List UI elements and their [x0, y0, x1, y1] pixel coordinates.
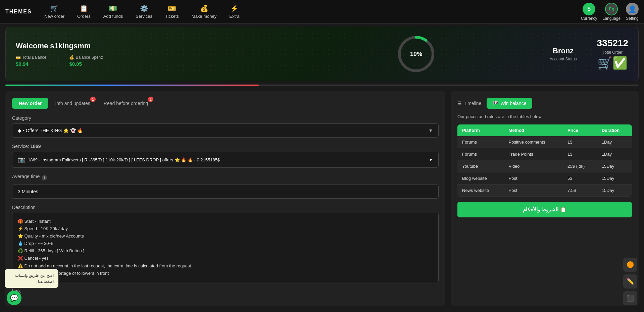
row2-method: Video — [504, 160, 563, 172]
language-icon: Eg — [605, 3, 618, 15]
prices-description: Our prices and rules are in the tables b… — [457, 114, 632, 119]
nav-services[interactable]: ⚙️ Services — [130, 2, 158, 21]
nav-services-label: Services — [136, 14, 152, 19]
category-select[interactable]: ◆ • Offers THE KING ⭐ 👻 🔥 ▼ — [12, 123, 439, 138]
right-tabs: ☰ Timeline 🏁 Win balance — [457, 98, 632, 109]
table-row: Blog website Post 5$ 15Day — [457, 172, 632, 185]
description-label: Description — [12, 205, 439, 210]
main-content: New order Info and updates 1 Read before… — [0, 86, 644, 312]
desc-line-7: ⚠️ ion if there is a shortage of followe… — [18, 270, 433, 277]
nav-orders-label: Orders — [77, 14, 91, 19]
row1-platform: Forums — [457, 148, 504, 160]
cart-icon: 🛒✅ — [597, 56, 628, 70]
total-balance-value: $0.94 — [16, 61, 47, 67]
logo: THEMES — [5, 9, 32, 15]
tabs-row: New order Info and updates 1 Read before… — [12, 98, 439, 109]
service-label: Service: 1869 — [12, 144, 439, 149]
hero-welcome: Welcome s1kingsmm — [16, 42, 283, 50]
row4-duration: 15Day — [597, 185, 632, 197]
setting-button[interactable]: 👤 Setting — [626, 3, 639, 21]
nav-tickets[interactable]: 🎫 Tickets — [160, 2, 184, 21]
category-label: Category — [12, 115, 439, 121]
new-order-icon: 🛒 — [50, 4, 58, 12]
tab-read-before[interactable]: Read before ordering 1 — [97, 98, 155, 109]
progress-ring: 10% — [396, 34, 436, 74]
category-group: Category ◆ • Offers THE KING ⭐ 👻 🔥 ▼ — [12, 115, 439, 138]
setting-label: Setting — [626, 16, 638, 21]
col-method: Method — [504, 124, 563, 136]
progress-label: 10% — [410, 51, 422, 58]
link-label: Link — [12, 288, 439, 294]
nav-items: 🛒 New order 📋 Orders 💵 Add funds ⚙️ Serv… — [39, 2, 581, 21]
hero-center: 10% — [283, 34, 549, 74]
nav-right: $ Currency Eg Language 👤 Setting — [581, 3, 639, 21]
br-btn-3[interactable]: ⬛ — [623, 291, 637, 305]
nav-make-money-label: Make money — [192, 14, 216, 19]
link-group: Link — [12, 288, 439, 294]
account-status-label: Account Status — [550, 57, 577, 61]
desc-line-2: ⭐ Quality - mix old/new Accounts — [18, 232, 433, 240]
row1-method: Trade Points — [504, 148, 563, 160]
price-table-head: Platform Method Price Duration — [457, 124, 632, 136]
currency-button[interactable]: $ Currency — [581, 3, 597, 21]
hero-left: Welcome s1kingsmm 💳 Total Balance: $0.94… — [16, 42, 283, 67]
nav-new-order[interactable]: 🛒 New order — [39, 2, 70, 21]
desc-line-4: ♻️ Refill - 365 days [ With Button ] — [18, 247, 433, 255]
balance-spent-value: $0.05 — [69, 61, 103, 67]
nav-extra-label: Extra — [229, 14, 239, 19]
description-box: 🎁 Start - Instant ⚡ Speed - 10K-20k / da… — [12, 213, 439, 282]
win-balance-button[interactable]: 🏁 Win balance — [487, 98, 532, 109]
win-balance-label: Win balance — [500, 101, 526, 106]
timeline-label: Timeline — [464, 101, 481, 106]
br-btn-2[interactable]: ✏️ — [623, 274, 637, 289]
row1-duration: 1Day — [597, 148, 632, 160]
price-table-body: Forums Positive comments 1$ 1Day Forums … — [457, 136, 632, 197]
hero-balance-row: 💳 Total Balance: $0.94 💰 Balance Spent: … — [16, 55, 283, 67]
make-money-icon: 💰 — [200, 4, 208, 12]
row2-price: 25$ (.dk) — [563, 160, 597, 172]
bottom-right-buttons: 🟠 ✏️ ⬛ — [623, 258, 637, 305]
avg-time-group: Average time i 3 Minutes — [12, 174, 439, 199]
service-select[interactable]: 📷 1869 - Instagram Followers [ R -365/D … — [12, 152, 439, 168]
terms-button[interactable]: الشروط والأحكام 📋 — [457, 202, 632, 217]
row0-method: Positive comments — [504, 136, 563, 148]
flag-icon: 🏁 — [493, 101, 498, 106]
left-panel: New order Info and updates 1 Read before… — [5, 91, 445, 306]
service-chevron-icon: ▼ — [429, 157, 433, 162]
services-icon: ⚙️ — [140, 4, 148, 12]
row4-price: 7.5$ — [563, 185, 597, 197]
category-value: ◆ • Offers THE KING ⭐ 👻 🔥 — [18, 128, 83, 133]
tab-info-badge: 1 — [90, 97, 96, 102]
service-number: 1869 — [30, 144, 41, 149]
br-btn-1[interactable]: 🟠 — [623, 258, 637, 272]
tab-info-updates[interactable]: Info and updates 1 — [48, 98, 97, 109]
nav-extra[interactable]: ⚡ Extra — [224, 2, 245, 21]
avg-time-value: 3 Minutes — [12, 185, 439, 199]
row1-price: 1$ — [563, 148, 597, 160]
row0-duration: 1Day — [597, 136, 632, 148]
description-group: Description 🎁 Start - Instant ⚡ Speed - … — [12, 205, 439, 282]
chat-button[interactable]: 💬 — [7, 291, 21, 305]
balance-divider — [58, 55, 58, 67]
row0-price: 1$ — [563, 136, 597, 148]
row4-method: Post — [504, 185, 563, 197]
tab-new-order[interactable]: New order — [12, 98, 48, 109]
hero-banner: Welcome s1kingsmm 💳 Total Balance: $0.94… — [5, 27, 639, 81]
category-chevron-icon: ▼ — [428, 128, 433, 133]
row3-method: Post — [504, 172, 563, 185]
setting-icon: 👤 — [626, 3, 639, 15]
col-price: Price — [563, 124, 597, 136]
desc-line-6: ⚠️ Do not add an account in the last req… — [18, 262, 433, 270]
col-platform: Platform — [457, 124, 504, 136]
timeline-button[interactable]: ☰ Timeline — [457, 101, 481, 106]
nav-make-money[interactable]: 💰 Make money — [186, 2, 222, 21]
hero-right: Bronz Account Status 335212 Total Order … — [550, 38, 628, 70]
nav-orders[interactable]: 📋 Orders — [72, 2, 96, 21]
row4-platform: News website — [457, 185, 504, 197]
hamburger-icon: ☰ — [457, 101, 462, 106]
info-icon: i — [42, 175, 47, 180]
language-button[interactable]: Eg Language — [603, 3, 621, 21]
nav-add-funds[interactable]: 💵 Add funds — [98, 2, 129, 21]
orders-icon: 📋 — [80, 4, 88, 12]
tooltip-box: افتح عن طريق واتساب اصغط هنا .. — [5, 269, 58, 288]
